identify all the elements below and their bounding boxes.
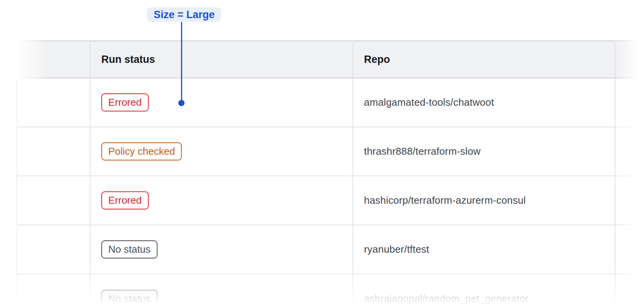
- page: Size = Large Run status Repo Errored ama…: [0, 0, 644, 304]
- annotation-connector-line: [181, 22, 182, 100]
- workspace-runs-table: Run status Repo Errored amalgamated-tool…: [17, 41, 644, 304]
- bottom-edge-fade: [0, 267, 644, 304]
- repo-name: thrashr888/terraform-slow: [364, 145, 481, 157]
- right-edge-fade: [615, 40, 644, 304]
- table-row[interactable]: Policy checked thrashr888/terraform-slow: [17, 127, 644, 176]
- table-header-row: Run status Repo: [17, 41, 644, 78]
- column-divider: [352, 41, 353, 304]
- run-status-badge: Policy checked: [101, 142, 182, 160]
- size-large-annotation: Size = Large: [147, 7, 221, 22]
- annotation-connector-dot: [178, 100, 184, 106]
- column-header-repo: Repo: [353, 54, 615, 66]
- column-divider: [90, 41, 91, 304]
- run-status-badge: No status: [101, 240, 158, 258]
- run-status-badge: Errored: [101, 191, 149, 209]
- repo-name: hashicorp/terraform-azurerm-consul: [364, 194, 526, 206]
- run-status-badge: Errored: [101, 93, 149, 111]
- table-row[interactable]: No status ryanuber/tftest: [17, 225, 644, 274]
- left-edge-fade: [15, 40, 48, 80]
- table-row[interactable]: Errored hashicorp/terraform-azurerm-cons…: [17, 176, 644, 225]
- table-row[interactable]: Errored amalgamated-tools/chatwoot: [17, 78, 644, 127]
- repo-name: amalgamated-tools/chatwoot: [364, 96, 494, 108]
- repo-name: ryanuber/tftest: [364, 243, 429, 255]
- column-header-run-status: Run status: [90, 54, 353, 66]
